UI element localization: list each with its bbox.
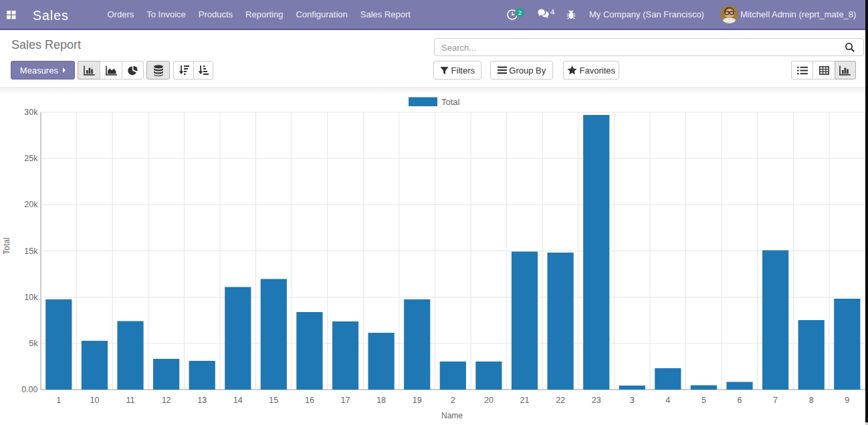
- svg-text:16: 16: [305, 396, 314, 405]
- svg-text:15: 15: [269, 396, 278, 405]
- svg-text:Total: Total: [2, 237, 11, 254]
- svg-text:30k: 30k: [24, 108, 38, 117]
- svg-text:10k: 10k: [24, 293, 38, 302]
- svg-text:9: 9: [845, 396, 849, 405]
- svg-text:4: 4: [665, 396, 670, 405]
- svg-text:14: 14: [233, 396, 243, 405]
- svg-text:20: 20: [484, 396, 494, 405]
- svg-text:13: 13: [197, 396, 207, 405]
- svg-text:12: 12: [162, 396, 171, 405]
- svg-text:23: 23: [592, 396, 601, 405]
- svg-text:8: 8: [809, 396, 814, 405]
- svg-text:3: 3: [630, 396, 635, 405]
- svg-text:17: 17: [341, 396, 350, 405]
- svg-text:21: 21: [520, 396, 530, 405]
- svg-text:19: 19: [413, 396, 422, 405]
- svg-text:11: 11: [126, 396, 135, 405]
- svg-text:Total: Total: [441, 97, 460, 107]
- svg-text:20k: 20k: [24, 200, 38, 209]
- svg-text:5k: 5k: [29, 339, 38, 348]
- svg-text:1: 1: [56, 396, 61, 405]
- svg-text:25k: 25k: [24, 154, 38, 163]
- svg-text:10: 10: [90, 396, 99, 405]
- svg-text:18: 18: [376, 396, 386, 405]
- svg-text:6: 6: [738, 396, 742, 405]
- svg-text:7: 7: [773, 396, 778, 405]
- svg-text:0.00: 0.00: [21, 385, 37, 394]
- svg-text:15k: 15k: [24, 247, 38, 256]
- svg-text:22: 22: [556, 396, 565, 405]
- svg-text:2: 2: [451, 396, 455, 405]
- svg-text:Name: Name: [441, 411, 463, 420]
- svg-text:5: 5: [701, 396, 706, 405]
